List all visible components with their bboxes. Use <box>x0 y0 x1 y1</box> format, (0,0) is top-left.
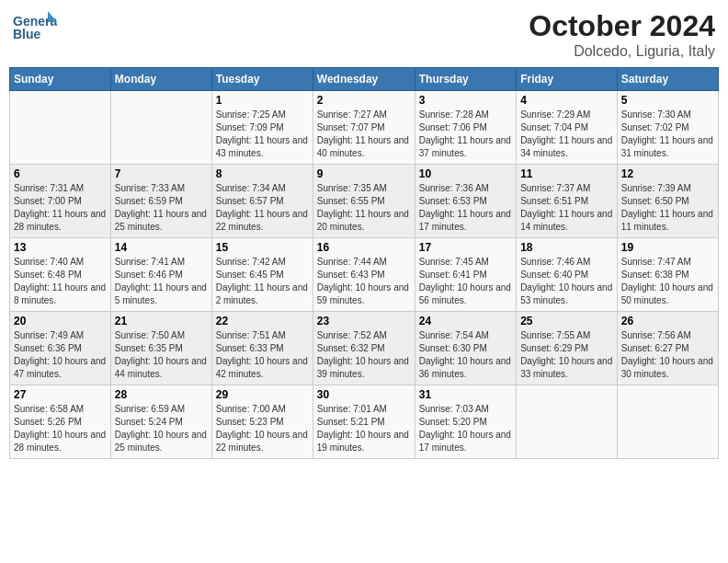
calendar-cell: 18Sunrise: 7:46 AM Sunset: 6:40 PM Dayli… <box>517 238 618 312</box>
weekday-header: Tuesday <box>211 68 313 91</box>
calendar-cell: 23Sunrise: 7:52 AM Sunset: 6:32 PM Dayli… <box>313 312 415 385</box>
day-number: 22 <box>216 315 309 327</box>
logo: General Blue <box>13 9 61 46</box>
calendar-table: SundayMondayTuesdayWednesdayThursdayFrid… <box>9 67 719 459</box>
day-number: 26 <box>621 315 714 327</box>
calendar-cell: 20Sunrise: 7:49 AM Sunset: 6:36 PM Dayli… <box>10 312 111 385</box>
calendar-cell: 10Sunrise: 7:36 AM Sunset: 6:53 PM Dayli… <box>415 165 516 238</box>
calendar-cell <box>110 91 211 165</box>
calendar-cell: 30Sunrise: 7:01 AM Sunset: 5:21 PM Dayli… <box>313 385 415 459</box>
calendar-cell: 2Sunrise: 7:27 AM Sunset: 7:07 PM Daylig… <box>313 91 415 165</box>
day-info: Sunrise: 7:56 AM Sunset: 6:27 PM Dayligh… <box>621 329 714 381</box>
calendar-cell: 31Sunrise: 7:03 AM Sunset: 5:20 PM Dayli… <box>415 385 516 459</box>
day-number: 29 <box>216 388 309 401</box>
calendar-cell: 14Sunrise: 7:41 AM Sunset: 6:46 PM Dayli… <box>110 238 211 312</box>
calendar-cell: 4Sunrise: 7:29 AM Sunset: 7:04 PM Daylig… <box>517 91 618 165</box>
day-info: Sunrise: 7:00 AM Sunset: 5:23 PM Dayligh… <box>216 403 309 454</box>
day-number: 19 <box>621 241 714 254</box>
calendar-cell: 9Sunrise: 7:35 AM Sunset: 6:55 PM Daylig… <box>313 165 415 238</box>
weekday-header: Sunday <box>10 68 111 91</box>
day-number: 30 <box>317 388 411 401</box>
calendar-week-row: 27Sunrise: 6:58 AM Sunset: 5:26 PM Dayli… <box>10 385 719 459</box>
day-info: Sunrise: 7:29 AM Sunset: 7:04 PM Dayligh… <box>520 109 613 160</box>
day-info: Sunrise: 7:46 AM Sunset: 6:40 PM Dayligh… <box>520 256 613 307</box>
calendar-cell: 12Sunrise: 7:39 AM Sunset: 6:50 PM Dayli… <box>617 165 718 238</box>
day-number: 5 <box>621 94 714 107</box>
day-number: 15 <box>216 241 309 254</box>
calendar-cell: 1Sunrise: 7:25 AM Sunset: 7:09 PM Daylig… <box>211 91 313 165</box>
month-title: October 2024 <box>529 9 715 43</box>
calendar-cell: 24Sunrise: 7:54 AM Sunset: 6:30 PM Dayli… <box>415 312 516 385</box>
day-number: 8 <box>216 167 309 180</box>
day-info: Sunrise: 7:25 AM Sunset: 7:09 PM Dayligh… <box>216 109 309 160</box>
calendar-week-row: 1Sunrise: 7:25 AM Sunset: 7:09 PM Daylig… <box>10 91 719 165</box>
day-number: 4 <box>520 94 613 107</box>
calendar-cell: 22Sunrise: 7:51 AM Sunset: 6:33 PM Dayli… <box>211 312 313 385</box>
day-info: Sunrise: 7:03 AM Sunset: 5:20 PM Dayligh… <box>419 403 512 454</box>
calendar-week-row: 6Sunrise: 7:31 AM Sunset: 7:00 PM Daylig… <box>10 165 719 238</box>
weekday-header: Monday <box>110 68 211 91</box>
calendar-cell <box>617 385 718 459</box>
calendar-cell: 3Sunrise: 7:28 AM Sunset: 7:06 PM Daylig… <box>415 91 516 165</box>
day-info: Sunrise: 7:50 AM Sunset: 6:35 PM Dayligh… <box>115 329 208 381</box>
day-number: 13 <box>14 241 107 254</box>
calendar-cell: 11Sunrise: 7:37 AM Sunset: 6:51 PM Dayli… <box>517 165 618 238</box>
calendar-cell: 6Sunrise: 7:31 AM Sunset: 7:00 PM Daylig… <box>10 165 111 238</box>
calendar-cell: 15Sunrise: 7:42 AM Sunset: 6:45 PM Dayli… <box>211 238 313 312</box>
calendar-week-row: 13Sunrise: 7:40 AM Sunset: 6:48 PM Dayli… <box>10 238 719 312</box>
day-info: Sunrise: 7:31 AM Sunset: 7:00 PM Dayligh… <box>14 182 107 234</box>
day-number: 3 <box>419 94 512 107</box>
day-number: 12 <box>621 167 714 180</box>
calendar-cell: 13Sunrise: 7:40 AM Sunset: 6:48 PM Dayli… <box>10 238 111 312</box>
calendar-cell: 16Sunrise: 7:44 AM Sunset: 6:43 PM Dayli… <box>313 238 415 312</box>
day-number: 23 <box>317 315 411 327</box>
calendar-cell: 5Sunrise: 7:30 AM Sunset: 7:02 PM Daylig… <box>617 91 718 165</box>
day-info: Sunrise: 7:55 AM Sunset: 6:29 PM Dayligh… <box>520 329 613 381</box>
calendar-cell: 8Sunrise: 7:34 AM Sunset: 6:57 PM Daylig… <box>211 165 313 238</box>
day-info: Sunrise: 7:01 AM Sunset: 5:21 PM Dayligh… <box>317 403 411 454</box>
day-number: 1 <box>216 94 309 107</box>
day-info: Sunrise: 7:30 AM Sunset: 7:02 PM Dayligh… <box>621 109 714 160</box>
day-number: 20 <box>14 315 107 327</box>
weekday-header: Friday <box>517 68 618 91</box>
calendar-cell: 17Sunrise: 7:45 AM Sunset: 6:41 PM Dayli… <box>415 238 516 312</box>
calendar-cell: 28Sunrise: 6:59 AM Sunset: 5:24 PM Dayli… <box>110 385 211 459</box>
day-info: Sunrise: 7:36 AM Sunset: 6:53 PM Dayligh… <box>419 182 512 234</box>
location-title: Dolcedo, Liguria, Italy <box>529 43 715 60</box>
day-number: 2 <box>317 94 411 107</box>
day-info: Sunrise: 7:52 AM Sunset: 6:32 PM Dayligh… <box>317 329 411 381</box>
weekday-header: Saturday <box>617 68 718 91</box>
day-info: Sunrise: 7:40 AM Sunset: 6:48 PM Dayligh… <box>14 256 107 307</box>
day-info: Sunrise: 7:28 AM Sunset: 7:06 PM Dayligh… <box>419 109 512 160</box>
day-number: 7 <box>115 167 208 180</box>
calendar-cell: 26Sunrise: 7:56 AM Sunset: 6:27 PM Dayli… <box>617 312 718 385</box>
calendar-week-row: 20Sunrise: 7:49 AM Sunset: 6:36 PM Dayli… <box>10 312 719 385</box>
day-number: 17 <box>419 241 512 254</box>
day-info: Sunrise: 7:27 AM Sunset: 7:07 PM Dayligh… <box>317 109 411 160</box>
calendar-cell: 27Sunrise: 6:58 AM Sunset: 5:26 PM Dayli… <box>10 385 111 459</box>
weekday-header-row: SundayMondayTuesdayWednesdayThursdayFrid… <box>10 68 719 91</box>
day-info: Sunrise: 7:34 AM Sunset: 6:57 PM Dayligh… <box>216 182 309 234</box>
day-info: Sunrise: 7:44 AM Sunset: 6:43 PM Dayligh… <box>317 256 411 307</box>
calendar-cell <box>10 91 111 165</box>
calendar-cell: 7Sunrise: 7:33 AM Sunset: 6:59 PM Daylig… <box>110 165 211 238</box>
day-info: Sunrise: 7:41 AM Sunset: 6:46 PM Dayligh… <box>115 256 208 307</box>
day-number: 27 <box>14 388 107 401</box>
day-number: 6 <box>14 167 107 180</box>
calendar-cell <box>517 385 618 459</box>
day-info: Sunrise: 7:51 AM Sunset: 6:33 PM Dayligh… <box>216 329 309 381</box>
weekday-header: Wednesday <box>313 68 415 91</box>
day-info: Sunrise: 7:39 AM Sunset: 6:50 PM Dayligh… <box>621 182 714 234</box>
day-number: 14 <box>115 241 208 254</box>
calendar-cell: 29Sunrise: 7:00 AM Sunset: 5:23 PM Dayli… <box>211 385 313 459</box>
day-info: Sunrise: 7:35 AM Sunset: 6:55 PM Dayligh… <box>317 182 411 234</box>
calendar-cell: 21Sunrise: 7:50 AM Sunset: 6:35 PM Dayli… <box>110 312 211 385</box>
day-info: Sunrise: 7:33 AM Sunset: 6:59 PM Dayligh… <box>115 182 208 234</box>
day-number: 10 <box>419 167 512 180</box>
day-info: Sunrise: 7:47 AM Sunset: 6:38 PM Dayligh… <box>621 256 714 307</box>
day-number: 16 <box>317 241 411 254</box>
day-number: 11 <box>520 167 613 180</box>
day-number: 25 <box>520 315 613 327</box>
weekday-header: Thursday <box>415 68 516 91</box>
day-info: Sunrise: 7:42 AM Sunset: 6:45 PM Dayligh… <box>216 256 309 307</box>
